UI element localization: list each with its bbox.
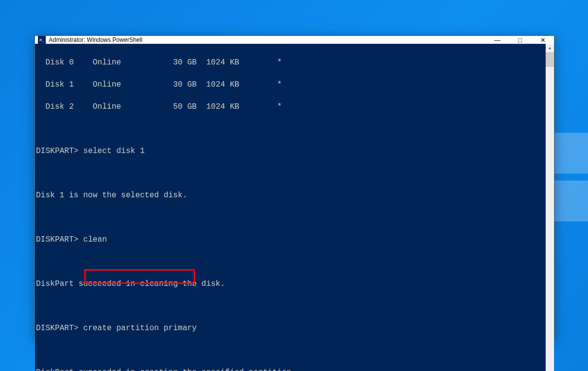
scroll-thumb[interactable] [546,52,554,67]
terminal-area[interactable]: Disk 0 Online 30 GB 1024 KB * Disk 1 Onl… [35,44,554,371]
window-title: Administrator: Windows PowerShell [49,36,142,43]
msg-clean: DiskPart succeeded in cleaning the disk. [36,278,545,290]
cmd-create-partition: create partition primary [83,324,196,333]
powershell-window: >_ Administrator: Windows PowerShell — □… [34,35,555,340]
msg-disk-selected: Disk 1 is now the selected disk. [36,190,545,201]
disk-row: Disk 2 Online 50 GB 1024 KB * [36,101,545,113]
window-controls: — □ ✕ [486,36,554,44]
msg-create: DiskPart succeeded in creating the speci… [36,367,545,371]
prompt-line: DISKPART> select disk 1 [36,146,545,157]
terminal-content[interactable]: Disk 0 Online 30 GB 1024 KB * Disk 1 Onl… [35,44,546,371]
prompt-line: DISKPART> create partition primary [36,323,545,334]
cmd-select-disk: select disk 1 [83,147,145,155]
cmd-clean: clean [83,235,107,244]
minimize-button[interactable]: — [486,36,509,44]
scrollbar[interactable]: ▲ ▼ [546,44,554,371]
titlebar[interactable]: >_ Administrator: Windows PowerShell — □… [35,36,554,44]
powershell-icon: >_ [38,36,46,44]
disk-row: Disk 0 Online 30 GB 1024 KB * [36,57,545,68]
close-button[interactable]: ✕ [531,36,554,44]
scroll-up-arrow[interactable]: ▲ [546,44,554,52]
disk-row: Disk 1 Online 30 GB 1024 KB * [36,79,545,91]
maximize-button[interactable]: □ [509,36,531,44]
prompt-line: DISKPART> clean [36,234,545,246]
